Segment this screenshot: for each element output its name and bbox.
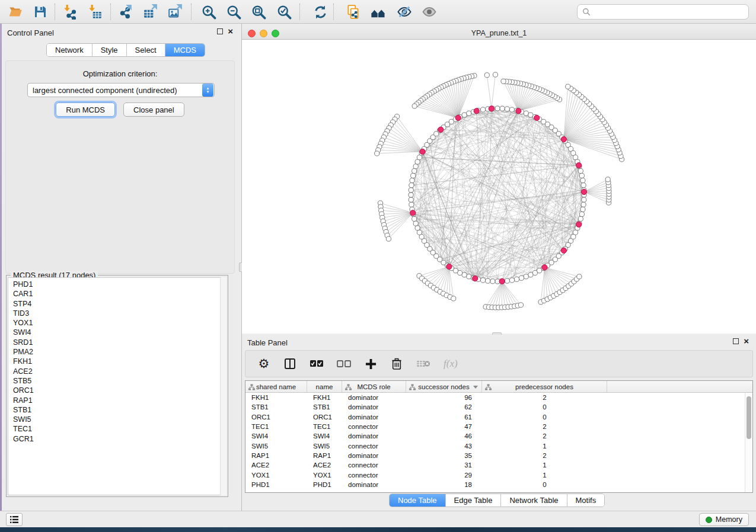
mcds-result-item[interactable]: GCR1 bbox=[13, 434, 226, 444]
select-all-button[interactable] bbox=[310, 355, 324, 372]
column-header-name[interactable]: name bbox=[307, 381, 342, 392]
mcds-result-item[interactable]: YOX1 bbox=[13, 318, 226, 328]
table-row[interactable]: SWI4SWI4dominator462 bbox=[245, 431, 745, 441]
table-row[interactable]: TEC1TEC1connector472 bbox=[245, 422, 745, 431]
column-header-successor-nodes[interactable]: successor nodes bbox=[406, 381, 482, 392]
show-columns-button[interactable] bbox=[283, 355, 296, 372]
zoom-out-icon bbox=[226, 4, 242, 20]
optimization-criterion-select[interactable]: largest connected component (undirected)… bbox=[27, 83, 215, 97]
tab-edge-table[interactable]: Edge Table bbox=[446, 494, 502, 507]
float-table-panel-button[interactable] bbox=[733, 338, 739, 344]
zoom-selected-button[interactable] bbox=[273, 2, 295, 22]
table-options-button[interactable]: ⚙ bbox=[257, 355, 270, 372]
apply-function-button[interactable]: f(x) bbox=[444, 355, 458, 372]
table-scrollbar[interactable] bbox=[745, 393, 752, 492]
mcds-result-item[interactable]: ORC1 bbox=[13, 386, 226, 395]
table-row[interactable]: STB1STB1dominator620 bbox=[245, 402, 745, 412]
delete-column-button[interactable] bbox=[390, 355, 403, 372]
import-table-button[interactable] bbox=[84, 2, 106, 22]
tab-node-table[interactable]: Node Table bbox=[390, 494, 446, 507]
cell-successor-nodes: 43 bbox=[406, 443, 482, 450]
tab-style[interactable]: Style bbox=[92, 44, 127, 56]
zoom-in-button[interactable] bbox=[198, 2, 219, 22]
import-network-button[interactable] bbox=[59, 2, 81, 22]
column-header-shared-name[interactable]: shared name bbox=[245, 381, 307, 392]
delete-table-button[interactable] bbox=[416, 355, 430, 372]
column-header-MCDS-role[interactable]: MCDS role bbox=[342, 381, 406, 392]
table-row[interactable]: RAP1RAP1dominator352 bbox=[245, 451, 745, 460]
mcds-result-item[interactable]: FKH1 bbox=[13, 357, 226, 366]
mcds-result-scrollbar[interactable] bbox=[220, 277, 227, 495]
criterion-selected-value: largest connected component (undirected) bbox=[28, 86, 202, 95]
trash-icon bbox=[391, 358, 402, 370]
mcds-result-item[interactable]: STB5 bbox=[13, 376, 226, 386]
close-table-panel-button[interactable]: × bbox=[744, 338, 749, 344]
hide-selection-button[interactable] bbox=[394, 2, 415, 22]
zoom-fit-button[interactable] bbox=[248, 2, 269, 22]
new-network-from-selection-button[interactable] bbox=[343, 2, 364, 22]
apply-layout-button[interactable] bbox=[310, 2, 331, 22]
first-neighbors-button[interactable] bbox=[368, 2, 389, 22]
save-icon bbox=[33, 5, 47, 19]
add-column-button[interactable] bbox=[364, 355, 377, 372]
table-row[interactable]: YOX1YOX1connector291 bbox=[245, 470, 745, 479]
table-scrollbar-thumb[interactable] bbox=[747, 396, 751, 439]
cell-MCDS-role: dominator bbox=[342, 414, 406, 421]
mcds-result-item[interactable]: SRD1 bbox=[13, 338, 226, 347]
mcds-result-item[interactable]: STB1 bbox=[13, 405, 226, 415]
network-titlebar[interactable]: YPA_prune.txt_1 bbox=[242, 27, 756, 40]
control-panel-title: Control Panel bbox=[7, 28, 54, 37]
node-table: shared namenameMCDS rolesuccessor nodesp… bbox=[245, 380, 753, 493]
search-box[interactable] bbox=[577, 4, 749, 20]
tab-network[interactable]: Network bbox=[47, 44, 92, 56]
mcds-result-item[interactable]: RAP1 bbox=[13, 396, 226, 405]
table-row[interactable]: ORC1ORC1dominator610 bbox=[245, 412, 745, 422]
network-canvas[interactable] bbox=[242, 40, 756, 334]
mcds-result-item[interactable]: ACE2 bbox=[13, 367, 226, 376]
show-all-button[interactable] bbox=[419, 2, 440, 22]
mcds-result-item[interactable]: STP4 bbox=[13, 299, 226, 309]
mcds-result-item[interactable]: PHD1 bbox=[13, 280, 226, 289]
close-panel-button-mcds[interactable]: Close panel bbox=[123, 102, 184, 117]
eye-icon bbox=[421, 4, 438, 20]
mcds-result-item[interactable]: SWI4 bbox=[13, 328, 226, 337]
table-row[interactable]: SWI5SWI5connector431 bbox=[245, 441, 745, 450]
run-mcds-button[interactable]: Run MCDS bbox=[56, 102, 115, 117]
search-input[interactable] bbox=[594, 8, 744, 16]
tab-network-table[interactable]: Network Table bbox=[501, 494, 567, 507]
list-icon bbox=[9, 515, 19, 524]
float-panel-button[interactable] bbox=[217, 28, 223, 34]
network-document-icon bbox=[346, 4, 361, 20]
memory-button[interactable]: Memory bbox=[699, 513, 749, 526]
mcds-result-list[interactable]: PHD1CAR1STP4TID3YOX1SWI4SRD1PMA2FKH1ACE2… bbox=[8, 277, 227, 495]
task-history-button[interactable] bbox=[6, 513, 23, 526]
export-network-button[interactable] bbox=[115, 2, 136, 22]
mcds-result-item[interactable]: PMA2 bbox=[13, 347, 226, 357]
optimization-criterion-label: Optimization criterion: bbox=[6, 69, 234, 78]
mcds-result-item[interactable]: TID3 bbox=[13, 309, 226, 318]
close-panel-button[interactable]: × bbox=[228, 28, 233, 34]
table-row[interactable]: FKH1FKH1dominator962 bbox=[245, 393, 745, 402]
cell-MCDS-role: dominator bbox=[342, 432, 406, 440]
mcds-result-item[interactable]: CAR1 bbox=[13, 289, 226, 299]
export-table-button[interactable] bbox=[140, 2, 161, 22]
mcds-result-item[interactable]: TEC1 bbox=[13, 424, 226, 434]
tab-motifs[interactable]: Motifs bbox=[567, 494, 605, 507]
control-panel-tabs: Network Style Select MCDS bbox=[46, 43, 205, 57]
table-row[interactable]: PHD1PHD1dominator180 bbox=[245, 480, 745, 489]
tab-select[interactable]: Select bbox=[127, 44, 165, 56]
cell-predecessor-nodes: 1 bbox=[482, 472, 607, 479]
attribute-type-icon bbox=[248, 384, 255, 390]
mcds-result-item[interactable]: SWI5 bbox=[13, 415, 226, 424]
tab-mcds[interactable]: MCDS bbox=[165, 44, 205, 56]
zoom-out-button[interactable] bbox=[223, 2, 244, 22]
mcds-result-group: MCDS result (17 nodes) PHD1CAR1STP4TID3Y… bbox=[6, 275, 228, 497]
export-image-button[interactable] bbox=[165, 2, 186, 22]
save-session-button[interactable] bbox=[30, 2, 51, 22]
column-header-predecessor-nodes[interactable]: predecessor nodes bbox=[482, 381, 607, 392]
deselect-all-button[interactable] bbox=[337, 355, 351, 372]
toolbar-separator bbox=[110, 4, 111, 20]
table-row[interactable]: ACE2ACE2connector311 bbox=[245, 460, 745, 470]
column-label: MCDS role bbox=[357, 383, 390, 390]
open-file-button[interactable] bbox=[5, 2, 26, 22]
